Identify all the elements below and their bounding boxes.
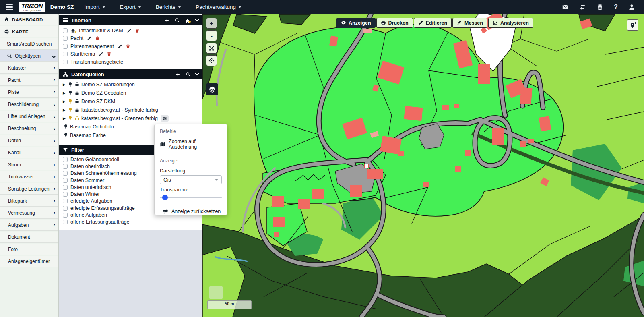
sidebar-item-piste[interactable]: Piste‹ bbox=[0, 87, 58, 98]
search-icon[interactable] bbox=[186, 72, 190, 77]
visibility-bulb-icon[interactable] bbox=[68, 90, 73, 95]
sidebar-item-daten[interactable]: Daten‹ bbox=[0, 135, 58, 146]
lock-open-icon[interactable] bbox=[74, 116, 80, 121]
locate-button[interactable] bbox=[206, 55, 217, 66]
expand-icon[interactable]: ▶ bbox=[63, 99, 68, 104]
visibility-bulb-icon[interactable] bbox=[63, 133, 68, 138]
add-marker-button[interactable] bbox=[627, 19, 638, 31]
search-icon[interactable] bbox=[175, 18, 180, 23]
filter-checkbox[interactable] bbox=[63, 185, 68, 190]
sidebar-item-lifte-und-anlagen[interactable]: Lifte und Anlagen‹ bbox=[0, 111, 58, 122]
user-icon[interactable] bbox=[628, 4, 635, 10]
sidebar-item-foto[interactable]: Foto bbox=[0, 244, 58, 255]
filter-checkbox[interactable] bbox=[63, 157, 68, 162]
sidebar-item-dokument[interactable]: Dokument bbox=[0, 232, 58, 243]
filter-checkbox[interactable] bbox=[63, 199, 68, 203]
slider-knob[interactable] bbox=[162, 195, 168, 200]
edit-icon[interactable] bbox=[99, 52, 103, 56]
lock-icon[interactable] bbox=[74, 90, 80, 95]
theme-checkbox[interactable] bbox=[63, 28, 68, 33]
delete-icon[interactable] bbox=[135, 28, 140, 33]
menu-pachtverwaltung[interactable]: Pachtverwaltung bbox=[196, 4, 242, 10]
theme-checkbox[interactable] bbox=[63, 44, 68, 49]
sidebar-item-strom[interactable]: Strom‹ bbox=[0, 159, 58, 170]
menu-berichte[interactable]: Berichte bbox=[156, 4, 182, 10]
sidebar-item-trinkwasser[interactable]: Trinkwasser‹ bbox=[0, 171, 58, 182]
edit-icon[interactable] bbox=[127, 28, 132, 33]
theme-checkbox[interactable] bbox=[63, 52, 68, 56]
editieren-button[interactable]: Editieren bbox=[414, 18, 452, 28]
sidebar-item-pacht[interactable]: Pacht‹ bbox=[0, 75, 58, 86]
chevron-left-icon: ‹ bbox=[54, 210, 55, 216]
darstellung-select[interactable]: Gis bbox=[160, 175, 222, 184]
visibility-bulb-icon[interactable] bbox=[68, 82, 73, 87]
sidebar-item-kataster[interactable]: Kataster‹ bbox=[0, 62, 58, 74]
visibility-bulb-icon[interactable] bbox=[68, 99, 73, 104]
messen-button[interactable]: Messen bbox=[452, 18, 487, 28]
menu-import[interactable]: Import bbox=[84, 4, 105, 10]
zoom-in-button[interactable]: + bbox=[206, 18, 217, 29]
expand-icon[interactable]: ▶ bbox=[63, 83, 68, 87]
sidebar-item-objekttypen[interactable]: Objekttypen bbox=[0, 50, 58, 62]
edit-icon[interactable] bbox=[87, 36, 92, 41]
menu-hamburger-icon[interactable] bbox=[6, 4, 13, 10]
analysieren-button[interactable]: Analysieren bbox=[488, 18, 533, 28]
sidebar-item-sonstige-leitungen[interactable]: Sonstige Leitungen‹ bbox=[0, 183, 58, 195]
filter-checkbox[interactable] bbox=[63, 171, 68, 176]
visibility-bulb-icon[interactable] bbox=[68, 116, 73, 121]
transparency-slider[interactable] bbox=[160, 194, 222, 201]
zoom-extent-button[interactable] bbox=[206, 43, 217, 54]
visibility-bulb-icon[interactable] bbox=[63, 124, 68, 129]
zoom-out-button[interactable]: - bbox=[206, 30, 217, 41]
layers-button[interactable] bbox=[206, 83, 218, 95]
lock-icon[interactable] bbox=[74, 99, 80, 104]
theme-checkbox[interactable] bbox=[63, 36, 68, 41]
layer-settings-button[interactable] bbox=[161, 115, 169, 122]
delete-icon[interactable] bbox=[107, 52, 111, 56]
add-datasource-icon[interactable] bbox=[175, 72, 180, 77]
collapse-section-icon[interactable] bbox=[195, 18, 199, 22]
sidebar-item-beschilderung[interactable]: Beschilderung‹ bbox=[0, 99, 58, 110]
sidebar-item-dashboard[interactable]: DASHBOARD bbox=[0, 14, 58, 25]
add-theme-icon[interactable] bbox=[164, 18, 169, 23]
sidebar-item-smartareaid[interactable]: SmartAreaID suchen bbox=[0, 38, 58, 50]
lock-icon[interactable] bbox=[74, 82, 80, 87]
trizon-logo[interactable]: TRIZON check your area bbox=[19, 2, 45, 12]
drag-handle-icon[interactable] bbox=[63, 18, 68, 22]
sidebar-item-beschneiung[interactable]: Beschneiung‹ bbox=[0, 123, 58, 134]
delete-icon[interactable] bbox=[95, 36, 100, 41]
sidebar-item-bikepark[interactable]: Bikepark‹ bbox=[0, 195, 58, 207]
sidebar-item-anlageneigentuemer[interactable]: Anlageneigentümer bbox=[0, 256, 58, 267]
filter-checkbox[interactable] bbox=[63, 220, 68, 224]
filter-checkbox[interactable] bbox=[63, 213, 68, 218]
sidebar-item-karte[interactable]: KARTE bbox=[0, 26, 58, 37]
filter-checkbox[interactable] bbox=[63, 164, 68, 169]
visibility-bulb-icon[interactable] bbox=[68, 107, 73, 112]
reset-display-item[interactable]: Anzeige zurücksetzen bbox=[160, 209, 222, 214]
filter-checkbox[interactable] bbox=[63, 192, 68, 197]
map-canvas[interactable]: Anzeigen Drucken Editieren Messen Analys… bbox=[202, 14, 644, 317]
sidebar-item-aufgaben[interactable]: Aufgaben‹ bbox=[0, 220, 58, 231]
expand-icon[interactable]: ▶ bbox=[63, 108, 68, 112]
drucken-button[interactable]: Drucken bbox=[376, 18, 413, 28]
expand-icon[interactable]: ▶ bbox=[63, 116, 68, 120]
transfer-icon[interactable] bbox=[579, 4, 586, 10]
delete-icon[interactable] bbox=[126, 44, 130, 49]
home-theme-icon[interactable] bbox=[185, 18, 190, 23]
help-icon[interactable]: ? bbox=[614, 4, 618, 11]
filter-checkbox[interactable] bbox=[63, 206, 68, 211]
sidebar-item-vermessung[interactable]: Vermessung‹ bbox=[0, 207, 58, 219]
zoom-to-extent-item[interactable]: Zoomen auf Ausdehnung bbox=[160, 139, 222, 150]
sidebar-item-kanal[interactable]: Kanal‹ bbox=[0, 147, 58, 158]
edit-icon[interactable] bbox=[118, 44, 122, 49]
slider-track[interactable] bbox=[160, 197, 222, 198]
theme-checkbox[interactable] bbox=[63, 60, 68, 64]
lock-icon[interactable] bbox=[74, 107, 80, 112]
mail-icon[interactable] bbox=[562, 4, 569, 10]
collapse-section-icon[interactable] bbox=[195, 72, 199, 76]
expand-icon[interactable]: ▶ bbox=[63, 91, 68, 95]
anzeigen-button[interactable]: Anzeigen bbox=[336, 18, 376, 28]
filter-checkbox[interactable] bbox=[63, 178, 68, 183]
database-icon[interactable] bbox=[597, 4, 603, 10]
menu-export[interactable]: Export bbox=[120, 4, 141, 10]
